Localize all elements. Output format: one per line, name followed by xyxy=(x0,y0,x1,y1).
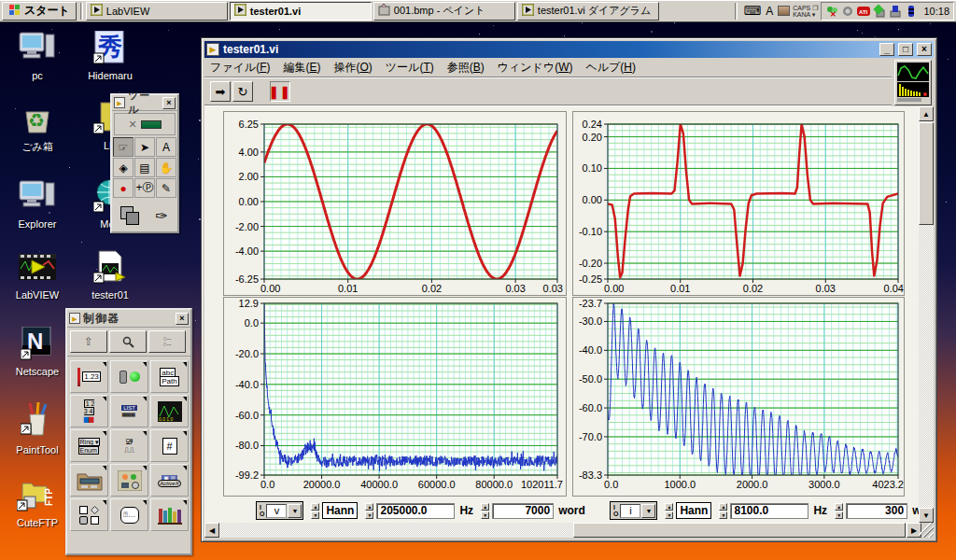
start-button[interactable]: スタート xyxy=(2,2,77,21)
operate-value-tool[interactable]: ☞ xyxy=(113,137,134,157)
controls-palette-decorations-folder[interactable] xyxy=(70,464,108,497)
ati-icon[interactable]: ATI xyxy=(857,5,870,18)
tools-palette-titlebar[interactable]: ▶ ツール × xyxy=(112,95,177,111)
edit-text-tool[interactable]: A xyxy=(156,137,176,157)
close-button[interactable]: × xyxy=(917,43,932,56)
get-color-tool[interactable]: ✎ xyxy=(156,178,176,198)
display-icon[interactable] xyxy=(889,5,902,18)
object-shortcut-menu-tool[interactable]: ▤ xyxy=(134,158,155,177)
scroll-down-icon[interactable]: ▼ xyxy=(919,508,934,523)
horizontal-scrollbar[interactable]: ◀ ▶ xyxy=(204,523,921,538)
freq-spinner-right[interactable]: ▲▼ xyxy=(719,503,727,519)
words-spinner-right[interactable]: ▲▼ xyxy=(835,503,843,519)
controls-palette-list-table[interactable]: LIST▦▦▦ xyxy=(110,395,148,427)
controls-palette-select-control[interactable] xyxy=(150,498,189,531)
controls-palette-string-path[interactable]: abcPath xyxy=(150,360,189,393)
pause-button[interactable]: ❚❚ xyxy=(270,81,290,102)
window-spinner-left[interactable]: ▲▼ xyxy=(311,503,319,519)
controls-palette-array-cluster[interactable]: 1 23 4▆▆ xyxy=(70,395,108,427)
controls-palette-boolean[interactable] xyxy=(110,360,148,393)
window-spinner-right[interactable]: ▲▼ xyxy=(665,503,673,519)
users-icon[interactable]: ✕ xyxy=(825,5,838,18)
freq-spinner-left[interactable]: ▲▼ xyxy=(365,503,373,519)
menu-item-6[interactable]: ヘルプ(H) xyxy=(585,60,636,76)
window-resize-grip[interactable] xyxy=(919,523,934,538)
controls-palette-activex[interactable]: ▣ ✉ActiveX xyxy=(150,464,189,497)
desktop-icon-ごみ箱[interactable]: ♻ごみ箱 xyxy=(7,101,67,154)
io-value-right[interactable]: i xyxy=(620,504,640,518)
taskbar-button-2[interactable]: 001.bmp - ペイント xyxy=(373,2,515,21)
scroll-up-icon[interactable]: ▲ xyxy=(919,106,934,121)
sample-freq-left[interactable]: 205000.0 xyxy=(376,503,455,519)
submenu-arrow-icon xyxy=(183,500,187,505)
io-channel-selector-right[interactable]: IO i ▼ xyxy=(610,501,657,520)
battery-icon[interactable] xyxy=(905,5,918,18)
window-function-ring-left[interactable]: Hann xyxy=(322,502,358,519)
menu-item-3[interactable]: ツール(T) xyxy=(386,60,434,76)
ime-pad-icon[interactable] xyxy=(778,6,790,16)
run-button[interactable]: ➡ xyxy=(210,81,231,102)
io-channel-selector-left[interactable]: IO v ▼ xyxy=(256,501,303,520)
paintbrush-tool[interactable]: ✑ xyxy=(148,200,176,231)
taskbar-button-3[interactable]: tester01.vi ダイアグラム xyxy=(517,2,659,21)
controls-palette-graph[interactable]: 0.0 1.0 xyxy=(150,395,189,427)
desktop-icon-labview[interactable]: LabVIEW xyxy=(7,250,67,301)
horizontal-scroll-thumb[interactable] xyxy=(573,523,906,538)
desktop-icon-painttool[interactable]: PaintTool xyxy=(7,401,67,455)
desktop-icon-cuteftp[interactable]: FTPCuteFTP xyxy=(7,478,67,528)
connect-wire-tool[interactable]: ◈ xyxy=(113,158,134,177)
controls-palette-classic-controls[interactable] xyxy=(110,464,148,497)
volume-icon[interactable] xyxy=(841,5,854,18)
controls-palette-io[interactable]: 🖳⎍⎍ xyxy=(110,429,148,462)
desktop-icon-hidemaru[interactable]: 秀Hidemaru xyxy=(80,31,140,81)
set-color-tool[interactable] xyxy=(114,200,146,231)
taskbar-button-0[interactable]: LabVIEW xyxy=(86,2,228,21)
word-count-right[interactable]: 300 xyxy=(846,503,907,519)
card-icon[interactable] xyxy=(873,5,886,18)
window-function-ring-right[interactable]: Hann xyxy=(676,502,711,519)
scroll-tool[interactable]: ✋ xyxy=(156,158,176,177)
maximize-button[interactable]: □ xyxy=(898,43,913,56)
position-size-tool[interactable]: ➤ xyxy=(134,137,155,157)
taskbar-clock[interactable]: 10:18 xyxy=(923,6,949,17)
controls-palette-numeric[interactable]: 1.23 xyxy=(70,360,108,393)
search-icon[interactable] xyxy=(109,330,147,353)
controls-palette-refnum[interactable]: # xyxy=(150,429,189,462)
sample-freq-right[interactable]: 8100.0 xyxy=(730,503,808,519)
dropdown-arrow-icon[interactable]: ▼ xyxy=(288,504,302,518)
close-icon[interactable]: × xyxy=(162,97,176,109)
controls-palette-containers[interactable] xyxy=(70,498,108,531)
controls-palette-titlebar[interactable]: ▶ 制御器 × xyxy=(67,310,190,328)
options-icon[interactable]: ○--○-- xyxy=(148,330,186,353)
up-icon[interactable]: ⇧ xyxy=(70,330,107,353)
menu-item-4[interactable]: 参照(B) xyxy=(447,60,485,76)
menu-item-5[interactable]: ウィンドウ(W) xyxy=(498,60,573,76)
controls-palette-ring-enum[interactable]: Ring ▾Enum xyxy=(70,429,108,462)
keyboard-icon[interactable]: ⌨ xyxy=(743,4,761,18)
desktop-icon-tester01[interactable]: tester01 xyxy=(80,250,140,301)
probe-tool[interactable]: +Ⓟ xyxy=(134,178,155,198)
io-value-left[interactable]: v xyxy=(266,504,287,518)
run-continuous-button[interactable]: ↻ xyxy=(232,81,253,102)
desktop-icon-explorer[interactable]: Explorer xyxy=(7,179,67,230)
menu-item-1[interactable]: 編集(E) xyxy=(283,60,320,76)
svg-text:-23.7: -23.7 xyxy=(579,298,602,309)
words-spinner-left[interactable]: ▲▼ xyxy=(481,503,489,519)
menu-item-0[interactable]: ファイル(F) xyxy=(210,60,270,76)
scroll-left-icon[interactable]: ◀ xyxy=(204,523,219,538)
breakpoint-tool[interactable]: ● xyxy=(113,178,134,198)
menu-item-2[interactable]: 操作(O) xyxy=(333,60,372,76)
window-titlebar[interactable]: ▶ tester01.vi _ □ × xyxy=(204,41,934,58)
vertical-scrollbar[interactable]: ▲ ▼ xyxy=(919,106,934,523)
desktop-icon-netscape[interactable]: NNetscape xyxy=(7,327,67,377)
dropdown-arrow-icon[interactable]: ▼ xyxy=(641,504,655,518)
ime-mode-indicator[interactable]: A xyxy=(766,5,773,18)
close-icon[interactable]: × xyxy=(176,313,189,325)
desktop-icon-pc[interactable]: pc xyxy=(7,31,67,81)
caps-kana-indicator[interactable]: CAPS ❐ KANA ▾ xyxy=(793,5,818,18)
taskbar-button-1[interactable]: tester01.vi xyxy=(230,2,372,21)
minimize-button[interactable]: _ xyxy=(879,43,894,56)
controls-palette-dialog[interactable]: ⍰… xyxy=(110,498,148,531)
vertical-scroll-thumb[interactable] xyxy=(919,122,934,225)
word-count-left[interactable]: 7000 xyxy=(492,503,554,519)
